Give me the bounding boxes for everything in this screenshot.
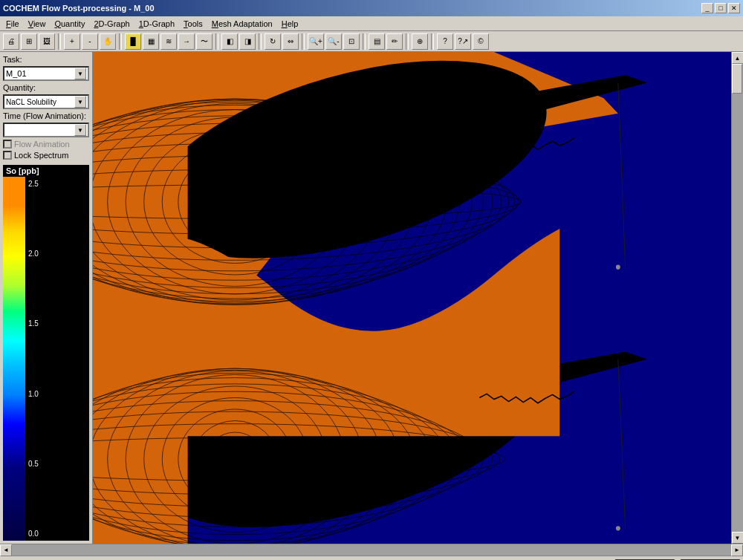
flow-animation-row: Flow Animation [3, 140, 89, 149]
legend-value-10: 1.0 [28, 390, 39, 398]
scroll-track-horizontal[interactable] [12, 544, 731, 556]
legend-value-25: 2.5 [28, 180, 39, 188]
title-bar: COCHEM Flow Post-processing - M_00 _ □ ✕ [0, 0, 743, 16]
svg-point-52 [616, 526, 620, 530]
lock-spectrum-row: Lock Spectrum [3, 151, 89, 160]
legend-value-05: 0.5 [28, 460, 39, 468]
legend-value-00: 0.0 [28, 530, 39, 538]
color-legend: So [ppb] 2.5 2.0 1.5 1.0 0.5 0.0 [3, 165, 89, 541]
legend-body: 2.5 2.0 1.5 1.0 0.5 0.0 [3, 177, 89, 541]
annotate-icon[interactable]: ✏ [386, 33, 403, 50]
window-controls: _ □ ✕ [701, 3, 740, 13]
toolbar-separator-6 [363, 33, 366, 50]
legend-icon[interactable]: ▤ [369, 33, 385, 50]
bottom-scrollbar: ◄ ► [0, 544, 743, 556]
menu-2dgraph[interactable]: 2D-Graph [89, 18, 134, 30]
time-dropdown-arrow[interactable]: ▼ [74, 124, 86, 136]
menu-tools[interactable]: Tools [179, 18, 207, 30]
quantity-value: NaCL Solubility [6, 98, 56, 106]
scroll-up-button[interactable]: ▲ [732, 52, 744, 64]
quantity-label: Quantity: [3, 83, 89, 92]
left-panel: Task: M_01 ▼ Quantity: NaCL Solubility ▼… [0, 52, 93, 544]
legend-value-20: 2.0 [28, 250, 39, 258]
vector-icon[interactable]: → [178, 33, 195, 50]
mirror-icon[interactable]: ⇔ [282, 33, 299, 50]
scroll-thumb-vertical[interactable] [732, 64, 742, 94]
contour-icon[interactable]: ≋ [160, 33, 177, 50]
canvas-area[interactable] [93, 52, 731, 544]
zoom-in-rect-icon[interactable]: + [64, 33, 80, 50]
toolbar-separator-5 [302, 33, 305, 50]
task-value: M_01 [6, 69, 27, 78]
legend-labels: 2.5 2.0 1.5 1.0 0.5 0.0 [25, 177, 42, 541]
cursor-icon[interactable]: ⊕ [412, 33, 428, 50]
lock-spectrum-checkbox[interactable] [3, 151, 12, 160]
quantity-dropdown-arrow[interactable]: ▼ [74, 96, 86, 108]
grid-icon[interactable]: ⊞ [21, 33, 37, 50]
legend-title: So [ppb] [3, 165, 89, 177]
menu-help[interactable]: Help [277, 18, 303, 30]
image-icon[interactable]: 🖼 [39, 33, 55, 50]
minimize-button[interactable]: _ [701, 3, 713, 13]
toolbar-separator-3 [215, 33, 218, 50]
main-layout: Task: M_01 ▼ Quantity: NaCL Solubility ▼… [0, 52, 743, 544]
close-button[interactable]: ✕ [728, 3, 740, 13]
right-scrollbar: ▲ ▼ [731, 52, 743, 544]
color-bar [3, 177, 25, 541]
toolbar-separator-8 [431, 33, 434, 50]
question-icon[interactable]: ? [437, 33, 453, 50]
print-icon[interactable]: 🖨 [3, 33, 19, 50]
menu-quantity[interactable]: Quantity [50, 18, 89, 30]
scroll-down-button[interactable]: ▼ [732, 532, 744, 544]
shading-icon[interactable]: ▦ [143, 33, 159, 50]
menu-1dgraph[interactable]: 1D-Graph [134, 18, 179, 30]
time-dropdown[interactable]: ▼ [3, 123, 89, 137]
zoom-in-icon[interactable]: 🔍+ [308, 33, 324, 50]
menu-file[interactable]: File [1, 18, 24, 30]
zoom-out-rect-icon[interactable]: - [82, 33, 98, 50]
part2-icon[interactable]: ◨ [239, 33, 256, 50]
task-dropdown-arrow[interactable]: ▼ [74, 68, 86, 79]
quantity-dropdown[interactable]: NaCL Solubility ▼ [3, 94, 89, 109]
fit-icon[interactable]: ⊡ [343, 33, 360, 50]
maximize-button[interactable]: □ [715, 3, 727, 13]
menu-view[interactable]: View [24, 18, 51, 30]
part1-icon[interactable]: ◧ [221, 33, 238, 50]
pan-icon[interactable]: ✋ [100, 33, 116, 50]
color-fill-icon[interactable]: █ [125, 33, 141, 50]
toolbar-separator-7 [406, 33, 409, 50]
window-title: COCHEM Flow Post-processing - M_00 [3, 4, 155, 13]
about-icon[interactable]: © [473, 33, 489, 50]
flow-animation-checkbox[interactable] [3, 140, 12, 149]
zoom-out-icon[interactable]: 🔍- [325, 33, 342, 50]
task-dropdown[interactable]: M_01 ▼ [3, 66, 89, 81]
scroll-left-button[interactable]: ◄ [0, 544, 12, 556]
toolbar-separator-4 [259, 33, 262, 50]
flow-visualization [93, 52, 731, 544]
toolbar: 🖨 ⊞ 🖼 + - ✋ █ ▦ ≋ → 〜 ◧ ◨ ↻ ⇔ 🔍+ 🔍- ⊡ ▤ … [0, 31, 743, 52]
toolbar-separator-1 [58, 33, 61, 50]
menu-mesh[interactable]: Mesh Adaptation [207, 18, 277, 30]
time-label: Time (Flow Animation): [3, 111, 89, 120]
menu-bar: File View Quantity 2D-Graph 1D-Graph Too… [0, 16, 743, 31]
lock-spectrum-label: Lock Spectrum [14, 151, 68, 160]
legend-value-15: 1.5 [28, 319, 39, 328]
toolbar-separator-2 [119, 33, 122, 50]
task-label: Task: [3, 55, 89, 64]
stream-icon[interactable]: 〜 [196, 33, 212, 50]
status-bar: For Help, press F1 X= 0.199 Y= 0.312 [0, 556, 743, 560]
flow-animation-label: Flow Animation [14, 140, 70, 149]
scroll-right-button[interactable]: ► [731, 544, 743, 556]
scroll-track-vertical[interactable] [732, 64, 743, 532]
rotate-icon[interactable]: ↻ [265, 33, 281, 50]
help-context-icon[interactable]: ?↗ [455, 33, 471, 50]
svg-point-51 [616, 265, 620, 270]
